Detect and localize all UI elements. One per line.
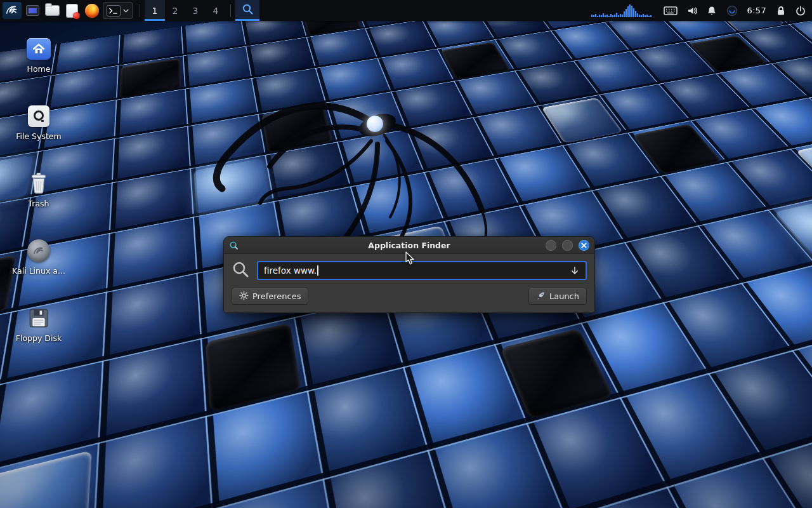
gear-icon — [239, 291, 249, 302]
kali-logo-icon — [4, 2, 20, 20]
cube-tile — [501, 328, 613, 418]
screen-lock-button[interactable] — [776, 0, 786, 21]
floppy-disk-icon — [25, 305, 53, 331]
entry-arrow-down-icon[interactable] — [570, 266, 580, 276]
lock-icon — [776, 6, 786, 16]
tray-status-button[interactable] — [726, 0, 738, 21]
desktop-icon-trash[interactable]: Trash — [5, 170, 72, 210]
application-finder-window: Application Finder — [223, 236, 595, 313]
finder-body: firefox www. — [224, 254, 594, 312]
desktop-icon-floppy-disk[interactable]: Floppy Disk — [5, 305, 72, 344]
volume-button[interactable] — [687, 0, 697, 21]
launch-label: Launch — [549, 291, 579, 301]
taskbar-application-finder[interactable] — [235, 0, 259, 21]
launcher-terminal[interactable] — [105, 0, 122, 21]
bell-icon — [707, 6, 717, 16]
workspace-3[interactable]: 3 — [185, 0, 206, 21]
window-icon-magnifier — [229, 241, 239, 250]
desktop-icon-file-system[interactable]: File System — [5, 103, 72, 142]
maximize-button[interactable] — [562, 240, 573, 251]
tray-status-icon — [726, 5, 738, 17]
desktop-icon-label: Floppy Disk — [16, 333, 62, 343]
panel-separator — [140, 4, 140, 17]
preferences-label: Preferences — [252, 291, 301, 301]
trash-icon — [25, 170, 53, 197]
notifications-button[interactable] — [707, 0, 717, 21]
launcher-terminal-group — [103, 2, 133, 19]
close-button[interactable] — [579, 240, 589, 251]
cpu-graph-icon — [591, 3, 654, 19]
window-title: Application Finder — [224, 241, 594, 250]
launcher-firefox[interactable] — [82, 0, 102, 21]
clock-time: 6:57 — [747, 6, 766, 15]
kali-installer-icon — [25, 237, 53, 264]
launcher-file-manager[interactable] — [43, 0, 62, 21]
glass-orb — [367, 116, 383, 132]
action-row: Preferences Launch — [232, 288, 587, 305]
search-row: firefox www. — [232, 260, 587, 281]
launch-button[interactable]: Launch — [528, 288, 587, 305]
text-editor-icon — [67, 4, 77, 17]
workspace-4[interactable]: 4 — [206, 0, 226, 21]
workspace-1[interactable]: 1 — [145, 0, 165, 21]
file-manager-icon — [46, 6, 59, 15]
desktop-icon-label: Kali Linux a... — [12, 266, 65, 276]
launcher-text-editor[interactable] — [62, 0, 82, 21]
panel-launchers: 1 2 3 4 — [0, 0, 259, 21]
search-input[interactable]: firefox www. — [257, 261, 587, 280]
keyboard-layout-button[interactable] — [664, 0, 678, 21]
clock[interactable]: 6:57 — [747, 0, 766, 21]
desktop-icon-home[interactable]: Home — [5, 36, 72, 75]
window-controls — [546, 240, 589, 251]
lit-cube-tile — [774, 199, 812, 262]
cube-tile — [632, 124, 721, 174]
cube-tile — [689, 36, 767, 72]
glass-cube-tile — [796, 140, 812, 192]
home-icon — [25, 36, 53, 62]
magnifier-icon — [242, 3, 254, 18]
titlebar[interactable]: Application Finder — [224, 237, 594, 254]
preferences-button[interactable]: Preferences — [232, 288, 308, 305]
window-manager-icon — [26, 5, 39, 16]
desktop-icon-label: Trash — [28, 199, 49, 208]
search-input-text: firefox www. — [264, 265, 317, 276]
text-caret — [317, 265, 318, 276]
workspace-2[interactable]: 2 — [165, 0, 185, 21]
file-system-icon — [25, 103, 53, 130]
glass-cube-tile — [0, 450, 92, 508]
launcher-window-manager[interactable] — [23, 0, 43, 21]
panel-separator — [230, 4, 231, 17]
desktop-icon-label: Home — [27, 64, 51, 74]
logout-button[interactable] — [796, 0, 806, 21]
panel-spacer — [259, 0, 591, 21]
keyboard-icon — [664, 6, 678, 16]
desktop-icon-column: Home File System — [5, 36, 72, 372]
close-icon — [580, 242, 587, 249]
desktop-stage: Home File System — [0, 0, 812, 508]
glass-cube-tile — [541, 98, 623, 144]
kali-menu-button[interactable] — [3, 2, 22, 19]
top-panel: 1 2 3 4 — [0, 0, 812, 21]
power-icon — [796, 6, 806, 16]
terminal-dropdown-chevron-icon[interactable] — [122, 2, 130, 19]
panel-tray: 6:57 — [591, 0, 812, 21]
cpu-graph[interactable] — [591, 0, 654, 21]
firefox-icon — [85, 4, 99, 18]
minimize-button[interactable] — [546, 240, 556, 251]
workspace-switcher: 1 2 3 4 — [145, 0, 226, 21]
volume-icon — [687, 6, 697, 16]
desktop-icon-label: File System — [16, 131, 62, 141]
desktop-icon-kali-installer[interactable]: Kali Linux a... — [5, 237, 72, 277]
search-icon — [232, 260, 249, 281]
rocket-icon — [536, 291, 546, 302]
cube-tile — [206, 323, 301, 411]
terminal-icon — [107, 5, 121, 17]
